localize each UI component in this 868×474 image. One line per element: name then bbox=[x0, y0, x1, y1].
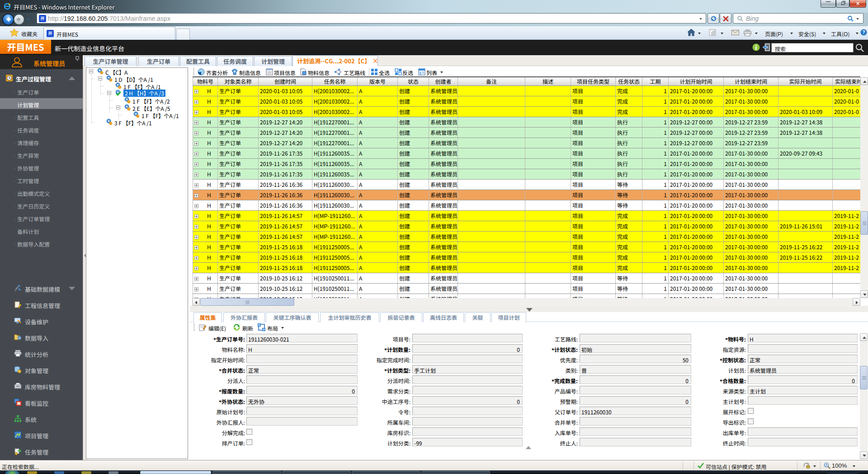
svg-text:?: ? bbox=[862, 30, 865, 35]
